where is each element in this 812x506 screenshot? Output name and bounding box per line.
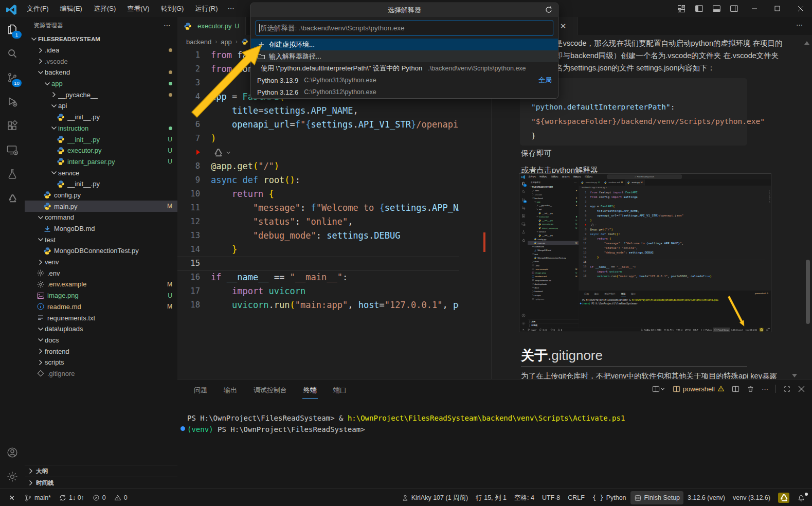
panel-tab-问题[interactable]: 问题	[193, 384, 208, 399]
activitybar-accounts-icon[interactable]	[0, 440, 25, 464]
tree-item-app[interactable]: app	[528, 200, 579, 204]
activitybar-extension-knot-icon[interactable]	[519, 236, 528, 244]
tree-item-command[interactable]: command	[528, 245, 579, 248]
panel-tab-调试控制台[interactable]: 调试控制台	[252, 384, 288, 399]
inline-hint-row[interactable]	[579, 223, 765, 227]
minimize-button[interactable]	[743, 0, 766, 17]
panel-tab-终端[interactable]: 终端	[621, 292, 626, 297]
terminal-more-icon[interactable]: ⋯	[762, 385, 768, 393]
global-link[interactable]: 全局	[538, 76, 552, 85]
tree-item-FILESREADSYSTEAM[interactable]: FILESREADSYSTEAM	[25, 33, 177, 45]
menu-选择(S)[interactable]: 选择(S)	[549, 175, 560, 179]
panel-tab-终端[interactable]: 终端	[302, 384, 318, 399]
status-notifications[interactable]	[793, 491, 809, 504]
quickpick-item-3[interactable]: Python 3.13.9C:\Python313\python.exe全局	[251, 75, 558, 86]
activitybar-source-control-icon[interactable]: 10	[0, 65, 25, 89]
maximize-panel-icon[interactable]	[783, 385, 791, 393]
activitybar-extensions-icon[interactable]	[519, 212, 528, 220]
tree-item-executor.py[interactable]: executor.pyU	[25, 145, 177, 156]
menu-转到(G)[interactable]: 转到(G)	[156, 3, 189, 15]
tree-item-image.png[interactable]: image.pngU	[528, 271, 579, 275]
tree-item-main.py[interactable]: main.pyM	[25, 201, 177, 212]
panel-tab-输出[interactable]: 输出	[594, 292, 599, 297]
menubar-more-button[interactable]: ⋯	[222, 3, 240, 14]
menu-运行(R)[interactable]: 运行(R)	[583, 175, 594, 179]
activitybar-settings-icon[interactable]	[0, 464, 25, 489]
tree-item-api[interactable]: api	[25, 100, 177, 112]
tree-item-api[interactable]: api	[528, 207, 579, 211]
preview-close-icon[interactable]: ✕	[558, 22, 568, 31]
quickpick-item-4[interactable]: Python 3.12.6C:\Python312\python.exe	[251, 86, 558, 98]
tree-item-requirements.txt[interactable]: requirements.txt	[528, 278, 579, 282]
toggle-panel-icon[interactable]	[708, 2, 725, 15]
activitybar-search-icon[interactable]	[0, 41, 25, 65]
menu-查看(V)[interactable]: 查看(V)	[122, 3, 154, 15]
menu-运行(R)[interactable]: 运行(R)	[190, 3, 222, 15]
tree-item-frontend[interactable]: frontend	[25, 346, 177, 357]
activitybar-remote-explorer-icon[interactable]	[519, 220, 528, 228]
status-remote-indicator[interactable]	[521, 328, 526, 332]
tree-item-executor.py[interactable]: executor.pyU	[528, 222, 579, 226]
inline-hint-row[interactable]	[177, 146, 459, 159]
tree-item-instruction[interactable]: instruction	[528, 215, 579, 219]
menu-选择(S)[interactable]: 选择(S)	[89, 3, 120, 15]
tree-item-backend[interactable]: backend	[25, 67, 177, 78]
close-panel-icon[interactable]	[798, 386, 805, 392]
menu-文件(F)[interactable]: 文件(F)	[527, 175, 537, 179]
tree-item-command[interactable]: command	[25, 212, 177, 223]
activitybar-testing-icon[interactable]	[519, 228, 528, 237]
tree-item-.env.example[interactable]: .env.exampleM	[25, 279, 177, 290]
preview-scrollbar[interactable]	[806, 260, 810, 324]
status-extension-status-icon[interactable]	[759, 328, 765, 332]
status-language-mode[interactable]: { }Python	[700, 328, 713, 332]
status-eol[interactable]: CRLF	[692, 328, 699, 332]
terminal-instance-powershell[interactable]: powershell	[673, 385, 725, 393]
status-git-blame[interactable]: KiriAky 107 (1 周前)	[398, 491, 472, 504]
tree-item-main.py[interactable]: main.pyM	[528, 241, 579, 245]
status-cursor-position[interactable]: 行 15, 列 1	[663, 328, 675, 332]
tab-executor-py[interactable]: executor.py U	[177, 17, 246, 35]
status-language-mode[interactable]: { }Python	[589, 491, 630, 504]
outline-section[interactable]: 大纲	[25, 465, 177, 477]
tree-item-intent_parser.py[interactable]: intent_parser.pyU	[528, 226, 579, 230]
status-finish-setup[interactable]: Finish Setup	[630, 491, 683, 504]
tree-item-readme.md[interactable]: readme.mdM	[528, 275, 579, 278]
menu-转到(G)[interactable]: 转到(G)	[572, 175, 583, 179]
panel-tab-问题[interactable]: 问题	[584, 292, 589, 297]
status-git-sync[interactable]: 1↓ 0↑	[538, 328, 549, 332]
activitybar-settings-icon[interactable]	[519, 319, 528, 328]
tree-item-.gitignore[interactable]: .gitignore	[25, 368, 177, 380]
tree-item-frontend[interactable]: frontend	[528, 290, 579, 293]
tree-item-docs[interactable]: docs	[25, 335, 177, 346]
activitybar-extension-knot-icon[interactable]	[0, 186, 25, 210]
split-terminal-icon[interactable]	[732, 385, 739, 393]
status-finish-setup[interactable]: Finish Setup	[713, 328, 730, 332]
tree-item-.gitignore[interactable]: .gitignore	[528, 297, 579, 301]
panel-tab-输出[interactable]: 输出	[223, 384, 238, 399]
terminal-output[interactable]: PS H:\OwnProject\FilesReadSysteam> & h:\…	[187, 412, 625, 435]
tree-item-__pycache__[interactable]: __pycache__	[25, 89, 177, 100]
tree-item-.env[interactable]: .env	[528, 263, 579, 267]
status-eol[interactable]: CRLF	[564, 491, 588, 504]
tree-item-__init__.py[interactable]: __init__.pyU	[528, 219, 579, 222]
status-git-blame[interactable]: KiriAky 107 (1 周前)	[640, 328, 663, 332]
status-indentation[interactable]: 空格: 4	[511, 491, 538, 504]
tree-item-requirements.txt[interactable]: requirements.txt	[25, 312, 177, 323]
activitybar-testing-icon[interactable]	[0, 162, 25, 186]
tree-item-data\uploads[interactable]: data\uploads	[25, 323, 177, 335]
tree-item-__init__.py[interactable]: __init__.py	[25, 112, 177, 123]
menu-编辑(E)[interactable]: 编辑(E)	[538, 175, 549, 179]
tree-item-instruction[interactable]: instruction	[25, 123, 177, 134]
status-git-branch[interactable]: main*	[526, 328, 537, 332]
launch-profile-icon[interactable]	[652, 385, 665, 393]
tree-item-__init__.py[interactable]: __init__.pyU	[25, 134, 177, 145]
status-git-sync[interactable]: 1↓ 0↑	[56, 491, 88, 504]
tree-item-scripts[interactable]: scripts	[528, 293, 579, 297]
tree-item-data\uploads[interactable]: data\uploads	[528, 282, 579, 286]
quickpick-item-2[interactable]: 使用 \"python.defaultInterpreterPath\" 设置中…	[251, 62, 558, 74]
status-warnings-count[interactable]: 0	[111, 491, 131, 504]
menu-查看(V)[interactable]: 查看(V)	[561, 175, 571, 179]
tree-item-FILESREADSYSTEAM[interactable]: FILESREADSYSTEAM	[528, 185, 579, 189]
explorer-more-icon[interactable]: ⋯	[164, 21, 171, 29]
status-errors-count[interactable]: 0	[549, 328, 556, 332]
